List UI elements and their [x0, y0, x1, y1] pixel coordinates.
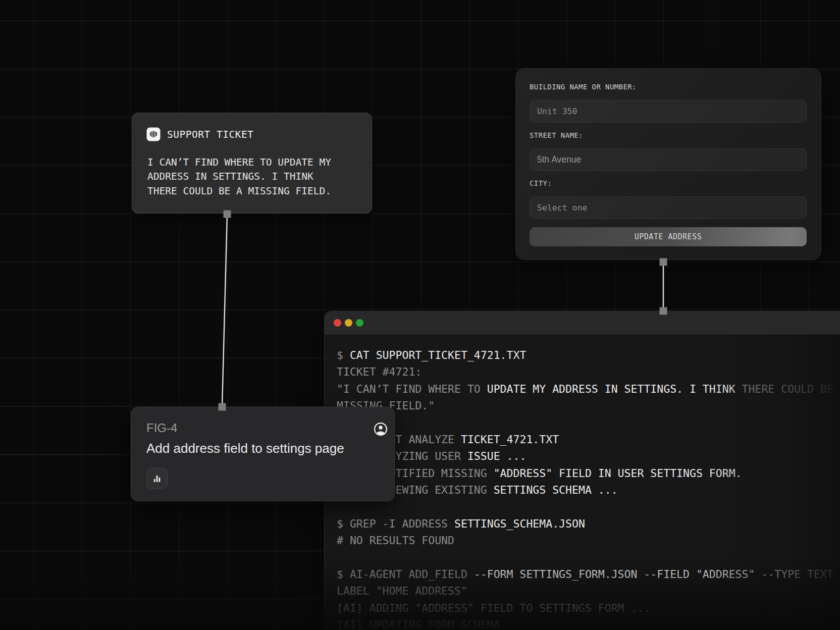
terminal-line: $ CAT SUPPORT_TICKET_4721.TXT: [337, 347, 840, 363]
zoom-button[interactable]: [356, 319, 363, 327]
terminal-line: [AI] IDENTIFIED MISSING "ADDRESS" FIELD …: [337, 465, 840, 482]
terminal-output: $ CAT SUPPORT_TICKET_4721.TXTTICKET #472…: [337, 347, 840, 630]
connector-line-ticket-to-fig: [222, 214, 227, 407]
building-name-input[interactable]: [530, 100, 807, 123]
terminal-line: [337, 549, 840, 566]
terminal-line: MISSING FIELD.": [337, 397, 840, 414]
terminal-line: "I CAN’T FIND WHERE TO UPDATE MY ADDRESS…: [337, 381, 840, 397]
minimize-button[interactable]: [345, 319, 352, 327]
support-ticket-body: I CAN’T FIND WHERE TO UPDATE MY ADDRESS …: [147, 155, 331, 198]
terminal-line: TICKET #4721:: [337, 363, 840, 380]
terminal-line: [AI] ADDING "ADDRESS" FIELD TO SETTINGS …: [337, 600, 840, 616]
canvas: $ CAT SUPPORT_TICKET_4721.TXTTICKET #472…: [0, 0, 840, 630]
support-ticket-card[interactable]: SUPPORT TICKET I CAN’T FIND WHERE TO UPD…: [132, 113, 372, 214]
address-form-card: BUILDING NAME OR NUMBER: STREET NAME: CI…: [515, 68, 821, 260]
terminal-line: $ GREP -I ADDRESS SETTINGS_SCHEMA.JSON: [337, 515, 840, 532]
terminal-line: $ AI-AGENT ANALYZE TICKET_4721.TXT: [337, 431, 840, 448]
bar-chart-icon: [152, 474, 162, 484]
fig-title: Add address field to settings page: [146, 440, 344, 457]
terminal-line: [337, 499, 840, 515]
terminal-window: $ CAT SUPPORT_TICKET_4721.TXTTICKET #472…: [324, 311, 840, 630]
fig-task-card[interactable]: FIG-4 Add address field to settings page: [131, 407, 395, 501]
building-name-label: BUILDING NAME OR NUMBER:: [530, 83, 637, 91]
street-name-input[interactable]: [530, 148, 807, 171]
terminal-line: $ AI-AGENT ADD_FIELD --FORM SETTINGS_FOR…: [337, 566, 840, 583]
terminal-line: [AI] REVIEWING EXISTING SETTINGS SCHEMA …: [337, 482, 840, 498]
chart-button[interactable]: [146, 468, 168, 489]
city-select[interactable]: [530, 196, 807, 219]
terminal-title-bar[interactable]: [325, 311, 840, 334]
close-button[interactable]: [334, 319, 341, 327]
street-name-label: STREET NAME:: [530, 131, 583, 139]
terminal-line: [AI] ANALYZING USER ISSUE ...: [337, 448, 840, 464]
city-label: CITY:: [530, 179, 552, 187]
intercom-chat-icon: [146, 127, 161, 141]
update-address-button[interactable]: UPDATE ADDRESS: [530, 227, 807, 246]
terminal-line: # NO RESULTS FOUND: [337, 532, 840, 549]
terminal-line: [AI] UPDATING FORM SCHEMA: [337, 616, 840, 630]
terminal-line: [337, 414, 840, 431]
terminal-line: LABEL "HOME ADDRESS": [337, 583, 840, 599]
fig-tag: FIG-4: [146, 421, 177, 436]
support-ticket-header: SUPPORT TICKET: [167, 129, 253, 140]
assignee-avatar-icon[interactable]: [374, 422, 388, 436]
